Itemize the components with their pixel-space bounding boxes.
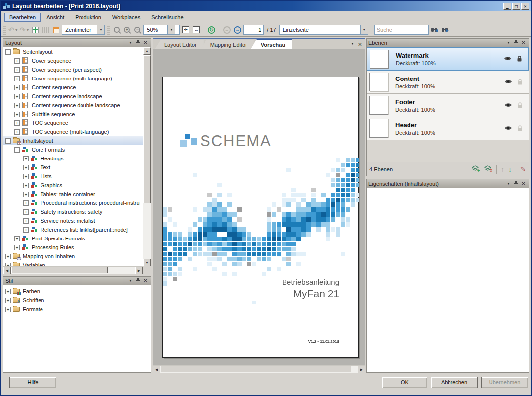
expander-icon[interactable]: + bbox=[14, 85, 20, 90]
pin-icon[interactable] bbox=[135, 40, 141, 45]
tab-vorschau[interactable]: Vorschau bbox=[251, 39, 292, 49]
stil-item-farben[interactable]: +Farben bbox=[3, 287, 151, 296]
tree-item-core-formats[interactable]: −Core Formats bbox=[3, 145, 143, 154]
layer-row-content[interactable]: ContentDeckkraft: 100% bbox=[367, 71, 529, 94]
tree-item-lists[interactable]: +Lists bbox=[3, 172, 143, 181]
expander-icon[interactable]: + bbox=[14, 120, 20, 126]
lock-icon[interactable] bbox=[517, 102, 523, 109]
panel-menu-icon[interactable]: ▼ bbox=[505, 41, 512, 44]
preview-horizontal-scrollbar[interactable]: ◀ ▶ bbox=[153, 365, 365, 373]
refresh-button[interactable]: ↻ bbox=[207, 25, 216, 35]
grid-toggle-button[interactable] bbox=[41, 25, 50, 35]
undo-button[interactable]: ↶▼ bbox=[8, 25, 18, 35]
tree-item-cover-sequence[interactable]: +Cover sequence bbox=[3, 56, 143, 65]
tree-item-variablen[interactable]: +Variablen bbox=[3, 261, 143, 266]
close-icon[interactable]: ✕ bbox=[142, 278, 149, 283]
pin-icon[interactable] bbox=[513, 40, 519, 45]
scroll-left-icon[interactable]: ◀ bbox=[3, 267, 11, 274]
close-icon[interactable]: ✕ bbox=[142, 40, 149, 45]
expander-icon[interactable]: + bbox=[23, 227, 29, 233]
expander-icon[interactable]: + bbox=[14, 236, 20, 241]
expander-icon[interactable]: + bbox=[5, 307, 11, 312]
expander-icon[interactable]: + bbox=[23, 209, 29, 215]
expander-icon[interactable]: + bbox=[14, 112, 20, 117]
pin-icon[interactable] bbox=[513, 181, 519, 186]
tree-item-graphics[interactable]: +Graphics bbox=[3, 181, 143, 190]
expander-icon[interactable]: + bbox=[5, 289, 11, 294]
tree-item-tables-table-container[interactable]: +Tables: table-container bbox=[3, 190, 143, 198]
preview-canvas[interactable]: SCHEMA Betriebsanleitung MyFan 21 V1.2 •… bbox=[153, 49, 365, 365]
expander-icon[interactable]: + bbox=[14, 76, 20, 81]
tree-item-toc-sequence-multi-language-[interactable]: +TOC sequence (multi-language) bbox=[3, 127, 143, 136]
eye-icon[interactable] bbox=[504, 125, 512, 131]
help-button[interactable]: Hilfe bbox=[9, 377, 56, 388]
expander-icon[interactable]: + bbox=[14, 67, 20, 73]
expander-icon[interactable]: + bbox=[23, 192, 29, 197]
tree-item-safety-instructions-safety[interactable]: +Safety instructions: safety bbox=[3, 207, 143, 216]
fit-width-button[interactable]: ↔ bbox=[192, 25, 201, 35]
search-input[interactable] bbox=[374, 25, 429, 35]
expander-icon[interactable]: + bbox=[5, 298, 11, 303]
expander-icon[interactable]: + bbox=[14, 94, 20, 99]
prev-page-button[interactable]: ← bbox=[222, 25, 231, 35]
panel-menu-icon[interactable]: ▼ bbox=[127, 279, 134, 282]
scrollbar-thumb[interactable] bbox=[11, 267, 108, 273]
scrollbar-thumb[interactable] bbox=[143, 55, 151, 203]
panel-menu-icon[interactable]: ▼ bbox=[505, 182, 512, 185]
tree-item-processing-rules[interactable]: +Processing Rules bbox=[3, 243, 143, 252]
layer-row-footer[interactable]: FooterDeckkraft: 100% bbox=[367, 94, 529, 117]
find-next-button[interactable] bbox=[441, 25, 450, 35]
move-layer-up-button[interactable]: ↑ bbox=[501, 165, 504, 173]
chevron-down-icon[interactable]: ▼ bbox=[167, 25, 175, 34]
expander-icon[interactable]: − bbox=[5, 138, 11, 144]
expander-icon[interactable]: + bbox=[23, 183, 29, 188]
redo-button[interactable]: ↷▼ bbox=[20, 25, 30, 35]
tree-item-text[interactable]: +Text bbox=[3, 163, 143, 172]
expander-icon[interactable]: − bbox=[14, 147, 20, 153]
zoom-tool-button[interactable] bbox=[112, 25, 121, 35]
tree-item-procedural-instructions-procedural-instr[interactable]: +Procedural instructions: procedural-ins… bbox=[3, 198, 143, 207]
tab-menu-icon[interactable]: ▼ bbox=[349, 42, 356, 47]
fit-page-button[interactable]: ✛ bbox=[181, 25, 190, 35]
panel-menu-icon[interactable]: ▼ bbox=[127, 41, 134, 44]
expander-icon[interactable]: + bbox=[23, 165, 29, 170]
tree-item-inhaltslayout[interactable]: −Inhaltslayout bbox=[3, 136, 143, 145]
menu-item-workplaces[interactable]: Workplaces bbox=[107, 13, 145, 22]
tab-layout-editor[interactable]: Layout Editor bbox=[155, 40, 204, 49]
close-icon[interactable]: ✕ bbox=[520, 181, 527, 186]
add-layer-button[interactable]: + bbox=[472, 165, 480, 173]
tree-item-content-sequence-double-landscape[interactable]: +Content sequence double landscape bbox=[3, 101, 143, 110]
toolbar-grip[interactable] bbox=[107, 25, 110, 35]
expander-icon[interactable]: + bbox=[14, 245, 20, 250]
stil-item-schriften[interactable]: +ASchriften bbox=[3, 296, 151, 305]
apply-button[interactable]: Übernehmen bbox=[481, 377, 528, 388]
close-icon[interactable]: ✕ bbox=[357, 42, 363, 47]
expander-icon[interactable]: + bbox=[23, 200, 29, 206]
expander-icon[interactable]: + bbox=[14, 129, 20, 135]
scroll-down-icon[interactable]: ▼ bbox=[143, 259, 151, 266]
layer-row-watermark[interactable]: WatermarkDeckkraft: 100% bbox=[367, 47, 529, 71]
minimize-button[interactable]: _ bbox=[503, 3, 511, 10]
delete-layer-button[interactable]: ✕ bbox=[484, 165, 492, 173]
eye-icon[interactable] bbox=[504, 56, 512, 61]
page-number-input[interactable] bbox=[243, 25, 264, 35]
expander-icon[interactable]: + bbox=[23, 174, 29, 179]
tree-item-headings[interactable]: +Headings bbox=[3, 154, 143, 163]
cancel-button[interactable]: Abbrechen bbox=[431, 377, 478, 388]
expander-icon[interactable]: + bbox=[5, 263, 11, 267]
zoom-in-button[interactable]: + bbox=[123, 25, 131, 35]
chevron-down-icon[interactable]: ▼ bbox=[97, 25, 104, 34]
scrollbar-thumb[interactable] bbox=[161, 366, 351, 372]
expander-icon[interactable]: + bbox=[23, 218, 29, 224]
lock-icon[interactable] bbox=[517, 56, 522, 62]
tree-item-print-specific-formats[interactable]: +Print-Specific Formats bbox=[3, 234, 143, 243]
page-mode-select[interactable]: Einzelseite ▼ bbox=[279, 25, 368, 35]
lock-icon[interactable] bbox=[517, 79, 523, 85]
scroll-right-icon[interactable]: ▶ bbox=[135, 267, 143, 274]
tree-item-toc-sequence[interactable]: +TOC sequence bbox=[3, 119, 143, 127]
next-page-button[interactable]: → bbox=[233, 25, 242, 35]
tree-item-subtitle-sequence[interactable]: +Subtitle sequence bbox=[3, 110, 143, 119]
scroll-left-icon[interactable]: ◀ bbox=[153, 366, 160, 373]
tree-item-content-sequence-landscape[interactable]: +Content sequence landscape bbox=[3, 92, 143, 101]
tree-horizontal-scrollbar[interactable]: ◀ ▶ bbox=[3, 266, 143, 274]
